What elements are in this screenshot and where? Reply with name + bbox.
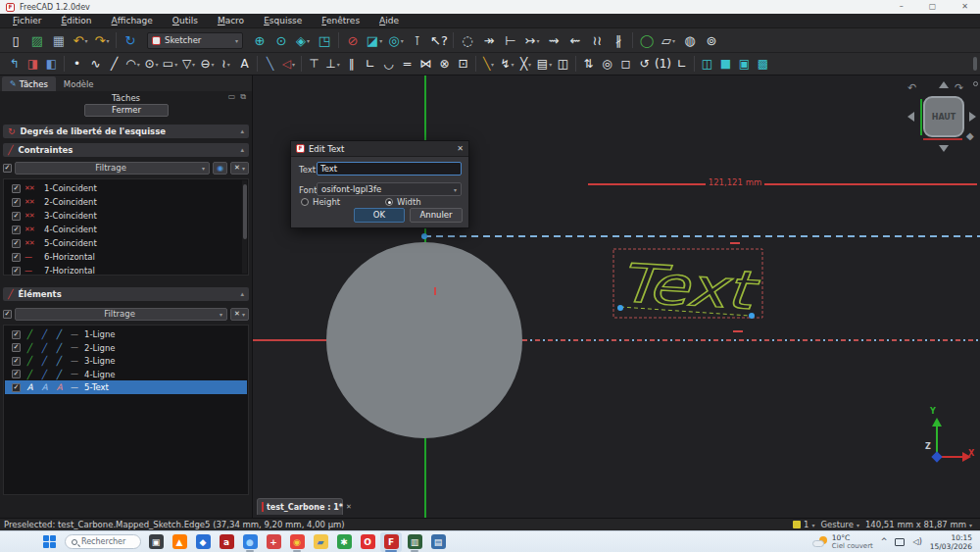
taskbar-clock[interactable]: 10:15 15/03/2026 — [930, 533, 972, 551]
zoom-selection-icon[interactable]: ⊙ — [270, 30, 292, 51]
constrain-distance-icon[interactable]: ⊥▾ — [323, 55, 342, 74]
vlc-icon[interactable]: ▲ — [169, 532, 190, 552]
chevron-down-icon[interactable]: ▾ — [84, 37, 87, 44]
chevron-down-icon[interactable]: ▾ — [192, 61, 195, 68]
new-file-icon[interactable]: ▯ — [5, 30, 26, 51]
document-tab[interactable]: test_Carbone : 1* ✕ — [257, 498, 343, 515]
width-radio[interactable] — [385, 198, 393, 206]
view-sketch-icon[interactable]: ◨ — [24, 55, 42, 74]
chevron-down-icon[interactable]: ▾ — [137, 61, 140, 68]
element-row[interactable]: ✓ ╱ ╱ ╱ — 4-Ligne — [5, 368, 241, 381]
font-select[interactable]: osifont-lgpl3fe ▾ — [317, 182, 462, 196]
height-radio[interactable] — [301, 198, 309, 206]
undo-icon[interactable]: ↶▾ — [70, 30, 91, 51]
activate-constraints-icon[interactable]: ↯▾ — [498, 55, 516, 74]
task-view-icon[interactable]: ▣ — [145, 532, 167, 552]
menu-fenetres[interactable]: Fenêtres — [313, 14, 368, 28]
periodic-bspline-icon[interactable]: ◯ — [636, 30, 658, 51]
select-elements-icon[interactable]: ◻ — [616, 55, 635, 74]
section-dof[interactable]: ↻ Degrés de liberté de l'esquisse ▴ — [3, 125, 249, 138]
navigation-style-selector[interactable]: Gesture ▾ — [820, 520, 859, 529]
create-polygon-icon[interactable]: ▽▾ — [179, 55, 198, 74]
minimize-icon[interactable]: – — [900, 0, 904, 14]
increase-degree-icon[interactable]: ⇜ — [564, 30, 586, 51]
cancel-button[interactable]: Annuler — [410, 208, 463, 223]
menu-affichage[interactable]: Affichage — [103, 14, 162, 28]
create-bspline-icon[interactable]: ≀▾ — [217, 55, 235, 74]
create-arc-icon[interactable]: ◠▾ — [123, 55, 142, 74]
menu-fichier[interactable]: Fichier — [4, 14, 50, 28]
create-polyline-icon[interactable]: ∿ — [86, 55, 105, 74]
float-panel-icon[interactable]: ▭ — [228, 92, 236, 102]
align-to-selection-icon[interactable]: ◳ — [314, 30, 335, 51]
network-icon[interactable] — [895, 538, 905, 546]
chevron-down-icon[interactable]: ▾ — [672, 37, 675, 44]
row-checkbox[interactable]: ✓ — [12, 239, 21, 248]
chevron-down-icon[interactable]: ▾ — [174, 61, 177, 68]
constrain-dimension-icon[interactable]: ⊤ — [305, 55, 323, 74]
whats-this-icon[interactable]: ↖? — [428, 30, 450, 51]
nav-arrow-down-icon[interactable] — [939, 145, 949, 152]
element-row-selected[interactable]: ✓ A A A — 5-Text — [5, 380, 247, 394]
create-slot-icon[interactable]: ⊖▾ — [198, 55, 217, 74]
create-line-icon[interactable]: ╱ — [105, 55, 123, 74]
constraint-row[interactable]: ✓—6-Horizontal — [5, 250, 241, 264]
text-end-point[interactable] — [749, 313, 755, 319]
chevron-down-icon[interactable]: ▾ — [292, 61, 295, 68]
edge-browser-icon[interactable]: ● — [239, 532, 261, 552]
bspline-comb-icon[interactable]: ∦ — [608, 30, 629, 51]
dock-panel-icon[interactable]: ⧉ — [240, 92, 246, 102]
mini-cube-icon[interactable]: ◆ — [966, 130, 974, 141]
rendering-order-icon[interactable]: ⇅ — [579, 55, 598, 74]
split-edge-icon[interactable]: ⊢ — [500, 30, 521, 51]
row-checkbox[interactable]: ✓ — [12, 383, 21, 392]
overlay-frame-icon[interactable]: ◫ — [554, 55, 572, 74]
menu-edition[interactable]: Édition — [52, 14, 100, 28]
elements-filter-select[interactable]: Filtrage ▾ — [15, 308, 227, 321]
collapse-arrow-icon[interactable]: ▴ — [240, 290, 244, 298]
fit-all-icon[interactable]: ⊕ — [249, 30, 270, 51]
constrain-symmetric-icon[interactable]: ⋈ — [416, 55, 435, 74]
row-checkbox[interactable]: ✓ — [12, 267, 21, 276]
tab-taches[interactable]: ✎ Tâches — [2, 76, 56, 91]
create-rectangle-icon[interactable]: ▭▾ — [161, 55, 179, 74]
row-checkbox[interactable]: ✓ — [12, 184, 21, 193]
open-file-icon[interactable]: ▨ — [26, 30, 48, 51]
height-radio-group[interactable]: Height — [301, 197, 340, 207]
elements-settings-button[interactable]: ✕ ▾ — [230, 308, 249, 321]
start-button[interactable] — [43, 535, 57, 549]
chevron-down-icon[interactable]: ▾ — [307, 37, 310, 44]
element-row[interactable]: ✓ ╱ ╱ ╱ — 1-Ligne — [5, 327, 241, 341]
rotate-left-icon[interactable]: ↶ — [907, 81, 916, 94]
maximize-icon[interactable]: ▢ — [929, 0, 937, 14]
chevron-down-icon[interactable]: ▾ — [549, 61, 552, 68]
render-style-2-icon[interactable]: ▩ — [754, 55, 772, 74]
row-checkbox[interactable]: ✓ — [12, 253, 21, 262]
move-icon[interactable]: ∟ — [672, 55, 691, 74]
refresh-icon[interactable]: ↻ — [120, 30, 141, 51]
constrain-block-icon[interactable]: ⊗ — [435, 55, 454, 74]
constraint-row[interactable]: ✓✕✕1-Coincident — [5, 181, 241, 195]
constrain-equal-icon[interactable]: = — [398, 55, 416, 74]
constrain-perpendicular-icon[interactable]: ∟ — [361, 55, 379, 74]
chevron-down-icon[interactable]: ▾ — [227, 61, 230, 68]
section-constraints[interactable]: ╱ Contraintes ▴ — [3, 143, 249, 157]
element-row[interactable]: ✓ ╱ ╱ ╱ — 2-Ligne — [5, 341, 241, 355]
zoom-tools-icon[interactable]: ◎▾ — [385, 30, 407, 51]
element-row[interactable]: ✓ ╱ ╱ ╱ — 3-Ligne — [5, 354, 241, 368]
close-icon[interactable]: ✕ — [961, 0, 968, 14]
collapse-arrow-icon[interactable]: ▴ — [240, 146, 244, 154]
constraints-settings-button[interactable]: ✕ ▾ — [230, 162, 249, 175]
taskbar-search[interactable]: Rechercher — [65, 534, 141, 549]
leave-sketch-icon[interactable]: ↰ — [5, 55, 24, 74]
vertex-point[interactable] — [421, 233, 427, 239]
menu-outils[interactable]: Outils — [164, 14, 207, 28]
constraint-row[interactable]: ✓—7-Horizontal — [5, 264, 241, 277]
chevron-down-icon[interactable]: ▾ — [106, 37, 109, 44]
constraint-row[interactable]: ✓✕✕3-Coincident — [5, 209, 241, 223]
navigation-cube[interactable]: HAUT — [923, 96, 964, 137]
nav-arrow-right-icon[interactable] — [969, 112, 976, 122]
row-checkbox[interactable]: ✓ — [12, 330, 21, 339]
menu-macro[interactable]: Macro — [209, 14, 253, 28]
explorer-icon[interactable]: ▰ — [310, 532, 331, 552]
